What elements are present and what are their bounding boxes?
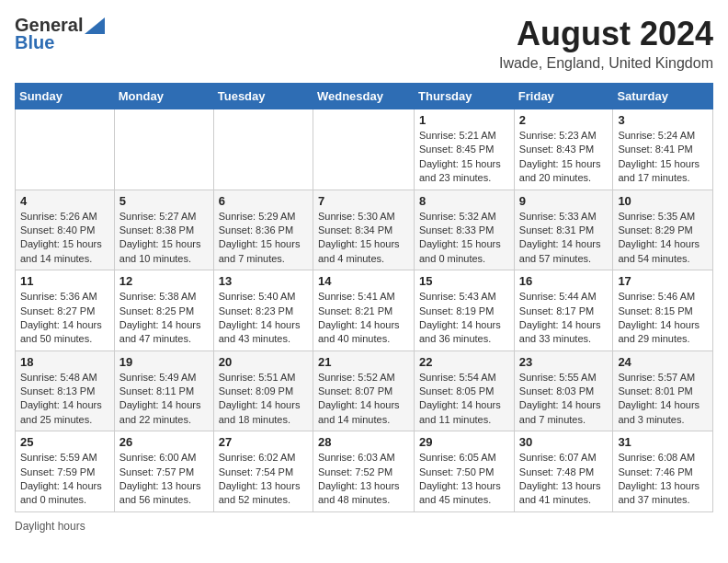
day-number: 1 [419, 113, 509, 127]
logo-blue: Blue [15, 32, 54, 53]
calendar-week-2: 4Sunrise: 5:26 AM Sunset: 8:40 PM Daylig… [16, 190, 713, 270]
day-number: 20 [219, 355, 308, 369]
calendar-cell: 31Sunrise: 6:08 AM Sunset: 7:46 PM Dayli… [613, 431, 713, 512]
calendar-cell: 20Sunrise: 5:51 AM Sunset: 8:09 PM Dayli… [213, 350, 313, 431]
title-block: August 2024 Iwade, England, United Kingd… [499, 15, 713, 72]
calendar-cell: 13Sunrise: 5:40 AM Sunset: 8:23 PM Dayli… [213, 270, 313, 351]
day-number: 23 [519, 355, 609, 369]
calendar-cell [114, 109, 213, 190]
day-info: Sunrise: 5:33 AM Sunset: 8:31 PM Dayligh… [519, 210, 609, 267]
calendar-cell: 6Sunrise: 5:29 AM Sunset: 8:36 PM Daylig… [213, 190, 313, 270]
calendar-cell: 15Sunrise: 5:43 AM Sunset: 8:19 PM Dayli… [415, 270, 515, 351]
calendar-cell: 21Sunrise: 5:52 AM Sunset: 8:07 PM Dayli… [313, 350, 414, 431]
logo-icon [85, 17, 105, 34]
day-info: Sunrise: 5:36 AM Sunset: 8:27 PM Dayligh… [20, 290, 109, 347]
day-number: 21 [318, 355, 409, 369]
day-info: Sunrise: 5:48 AM Sunset: 8:13 PM Dayligh… [20, 371, 109, 428]
day-number: 3 [618, 113, 708, 127]
calendar-cell: 1Sunrise: 5:21 AM Sunset: 8:45 PM Daylig… [415, 109, 515, 190]
day-info: Sunrise: 5:51 AM Sunset: 8:09 PM Dayligh… [219, 371, 308, 428]
day-info: Sunrise: 5:44 AM Sunset: 8:17 PM Dayligh… [519, 290, 609, 347]
day-number: 11 [20, 274, 109, 288]
day-info: Sunrise: 5:57 AM Sunset: 8:01 PM Dayligh… [618, 371, 708, 428]
month-year-title: August 2024 [499, 15, 713, 53]
day-number: 25 [20, 435, 109, 449]
day-number: 14 [318, 274, 409, 288]
day-info: Sunrise: 5:30 AM Sunset: 8:34 PM Dayligh… [318, 210, 409, 267]
day-info: Sunrise: 6:07 AM Sunset: 7:48 PM Dayligh… [519, 451, 609, 508]
day-number: 13 [219, 274, 308, 288]
calendar-week-4: 18Sunrise: 5:48 AM Sunset: 8:13 PM Dayli… [16, 350, 713, 431]
day-info: Sunrise: 6:02 AM Sunset: 7:54 PM Dayligh… [219, 451, 308, 508]
day-info: Sunrise: 5:23 AM Sunset: 8:43 PM Dayligh… [519, 129, 609, 186]
day-info: Sunrise: 5:32 AM Sunset: 8:33 PM Dayligh… [419, 210, 509, 267]
calendar-cell: 18Sunrise: 5:48 AM Sunset: 8:13 PM Dayli… [16, 350, 115, 431]
calendar-week-5: 25Sunrise: 5:59 AM Sunset: 7:59 PM Dayli… [16, 431, 713, 512]
calendar-cell: 16Sunrise: 5:44 AM Sunset: 8:17 PM Dayli… [514, 270, 613, 351]
day-info: Sunrise: 5:41 AM Sunset: 8:21 PM Dayligh… [318, 290, 409, 347]
day-info: Sunrise: 5:27 AM Sunset: 8:38 PM Dayligh… [119, 210, 209, 267]
day-info: Sunrise: 6:00 AM Sunset: 7:57 PM Dayligh… [119, 451, 209, 508]
day-info: Sunrise: 5:54 AM Sunset: 8:05 PM Dayligh… [419, 371, 509, 428]
day-number: 28 [318, 435, 409, 449]
day-info: Sunrise: 6:03 AM Sunset: 7:52 PM Dayligh… [318, 451, 409, 508]
day-number: 10 [618, 194, 708, 208]
calendar-header: SundayMondayTuesdayWednesdayThursdayFrid… [16, 84, 713, 109]
page-header: General Blue August 2024 Iwade, England,… [15, 15, 713, 72]
day-number: 30 [519, 435, 609, 449]
calendar-cell [16, 109, 115, 190]
calendar-body: 1Sunrise: 5:21 AM Sunset: 8:45 PM Daylig… [16, 109, 713, 512]
svg-marker-0 [85, 17, 105, 34]
logo: General Blue [15, 15, 105, 53]
day-info: Sunrise: 5:59 AM Sunset: 7:59 PM Dayligh… [20, 451, 109, 508]
header-day-friday: Friday [514, 84, 613, 109]
calendar-cell: 22Sunrise: 5:54 AM Sunset: 8:05 PM Dayli… [415, 350, 515, 431]
calendar-cell: 2Sunrise: 5:23 AM Sunset: 8:43 PM Daylig… [514, 109, 613, 190]
day-info: Sunrise: 5:21 AM Sunset: 8:45 PM Dayligh… [419, 129, 509, 186]
header-row: SundayMondayTuesdayWednesdayThursdayFrid… [16, 84, 713, 109]
calendar-table: SundayMondayTuesdayWednesdayThursdayFrid… [15, 83, 713, 512]
calendar-week-1: 1Sunrise: 5:21 AM Sunset: 8:45 PM Daylig… [16, 109, 713, 190]
day-info: Sunrise: 5:49 AM Sunset: 8:11 PM Dayligh… [119, 371, 209, 428]
header-day-sunday: Sunday [16, 84, 115, 109]
day-number: 24 [618, 355, 708, 369]
header-day-saturday: Saturday [613, 84, 713, 109]
day-number: 5 [119, 194, 209, 208]
day-number: 31 [618, 435, 708, 449]
header-day-tuesday: Tuesday [213, 84, 313, 109]
day-number: 6 [219, 194, 308, 208]
calendar-cell: 4Sunrise: 5:26 AM Sunset: 8:40 PM Daylig… [16, 190, 115, 270]
calendar-cell: 30Sunrise: 6:07 AM Sunset: 7:48 PM Dayli… [514, 431, 613, 512]
day-info: Sunrise: 5:52 AM Sunset: 8:07 PM Dayligh… [318, 371, 409, 428]
day-number: 12 [119, 274, 209, 288]
day-number: 15 [419, 274, 509, 288]
footer: Daylight hours [15, 520, 713, 533]
calendar-cell: 23Sunrise: 5:55 AM Sunset: 8:03 PM Dayli… [514, 350, 613, 431]
day-info: Sunrise: 5:43 AM Sunset: 8:19 PM Dayligh… [419, 290, 509, 347]
header-day-thursday: Thursday [415, 84, 515, 109]
calendar-cell: 8Sunrise: 5:32 AM Sunset: 8:33 PM Daylig… [415, 190, 515, 270]
calendar-cell: 29Sunrise: 6:05 AM Sunset: 7:50 PM Dayli… [415, 431, 515, 512]
calendar-cell: 7Sunrise: 5:30 AM Sunset: 8:34 PM Daylig… [313, 190, 414, 270]
day-info: Sunrise: 5:35 AM Sunset: 8:29 PM Dayligh… [618, 210, 708, 267]
day-info: Sunrise: 5:46 AM Sunset: 8:15 PM Dayligh… [618, 290, 708, 347]
day-info: Sunrise: 5:26 AM Sunset: 8:40 PM Dayligh… [20, 210, 109, 267]
calendar-cell: 14Sunrise: 5:41 AM Sunset: 8:21 PM Dayli… [313, 270, 414, 351]
calendar-cell: 26Sunrise: 6:00 AM Sunset: 7:57 PM Dayli… [114, 431, 213, 512]
calendar-cell: 27Sunrise: 6:02 AM Sunset: 7:54 PM Dayli… [213, 431, 313, 512]
calendar-cell [213, 109, 313, 190]
calendar-cell: 24Sunrise: 5:57 AM Sunset: 8:01 PM Dayli… [613, 350, 713, 431]
calendar-cell: 10Sunrise: 5:35 AM Sunset: 8:29 PM Dayli… [613, 190, 713, 270]
day-number: 16 [519, 274, 609, 288]
header-day-monday: Monday [114, 84, 213, 109]
header-day-wednesday: Wednesday [313, 84, 414, 109]
day-number: 7 [318, 194, 409, 208]
calendar-cell: 3Sunrise: 5:24 AM Sunset: 8:41 PM Daylig… [613, 109, 713, 190]
day-number: 27 [219, 435, 308, 449]
calendar-cell: 17Sunrise: 5:46 AM Sunset: 8:15 PM Dayli… [613, 270, 713, 351]
calendar-cell: 5Sunrise: 5:27 AM Sunset: 8:38 PM Daylig… [114, 190, 213, 270]
day-number: 2 [519, 113, 609, 127]
calendar-cell: 19Sunrise: 5:49 AM Sunset: 8:11 PM Dayli… [114, 350, 213, 431]
day-number: 19 [119, 355, 209, 369]
location-subtitle: Iwade, England, United Kingdom [499, 55, 713, 72]
